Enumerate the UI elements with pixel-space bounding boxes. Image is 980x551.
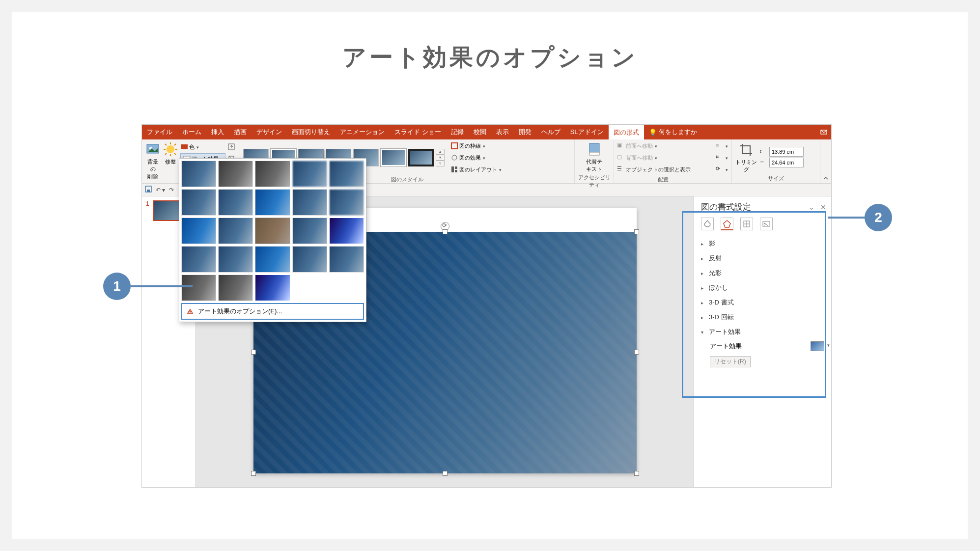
- size-properties-tab[interactable]: [740, 218, 753, 230]
- color-button[interactable]: 色: [180, 141, 225, 152]
- art-effect-thumb[interactable]: [218, 161, 253, 187]
- alt-text-button[interactable]: 代替テ キスト: [583, 140, 606, 173]
- art-effect-thumb[interactable]: [329, 218, 364, 244]
- compress-pictures-button[interactable]: [227, 141, 240, 152]
- svg-rect-25: [589, 152, 599, 155]
- art-effect-thumb[interactable]: [255, 161, 290, 187]
- compress-icon: [227, 143, 235, 151]
- page-title: アート効果のオプション: [342, 42, 638, 73]
- corrections-label: 修整: [165, 158, 176, 165]
- art-effect-thumb[interactable]: [181, 246, 216, 273]
- picture-style-thumb[interactable]: [381, 149, 406, 166]
- picture-tab[interactable]: [760, 218, 773, 230]
- art-effect-thumb[interactable]: [329, 246, 364, 273]
- bring-forward-button[interactable]: ▣前面へ移動: [617, 140, 657, 151]
- picture-effects-button[interactable]: 図の効果: [450, 152, 502, 163]
- gallery-scroll[interactable]: ▴▾▿: [436, 149, 445, 166]
- section-3d-rotation[interactable]: ▸3-D 回転: [701, 310, 831, 325]
- corrections-button[interactable]: 修整: [163, 140, 178, 165]
- tab-help[interactable]: ヘルプ: [536, 125, 565, 139]
- art-effect-thumb[interactable]: [292, 161, 327, 187]
- section-artistic-effects[interactable]: ▾アート効果: [701, 325, 831, 339]
- svg-marker-28: [724, 220, 730, 227]
- tab-picture-format[interactable]: 図の形式: [609, 125, 644, 139]
- art-effect-thumb[interactable]: [181, 275, 216, 301]
- format-pane-tabs: [701, 218, 831, 230]
- tab-developer[interactable]: 開発: [514, 125, 536, 139]
- artistic-effects-options-item[interactable]: アート効果のオプション(E)...: [181, 303, 364, 320]
- art-effect-thumb[interactable]: [255, 218, 290, 244]
- crop-button[interactable]: トリミング: [735, 141, 757, 173]
- art-effect-thumb[interactable]: [218, 246, 253, 273]
- tab-view[interactable]: 表示: [491, 125, 514, 139]
- art-effect-thumb[interactable]: [218, 218, 253, 244]
- height-input[interactable]: [769, 147, 804, 157]
- group-button[interactable]: ⌗: [716, 152, 728, 163]
- section-shadow[interactable]: ▸影: [701, 236, 831, 251]
- art-effect-thumb[interactable]: [181, 189, 216, 216]
- rotate-icon: ⟳: [716, 165, 724, 173]
- redo-button[interactable]: ↷: [169, 187, 174, 193]
- send-backward-button[interactable]: ▢背面へ移動: [617, 152, 657, 163]
- section-3d-format[interactable]: ▸3-D 書式: [701, 295, 831, 310]
- art-effect-thumb[interactable]: [292, 189, 327, 216]
- tab-animations[interactable]: アニメーション: [335, 125, 390, 139]
- tab-file[interactable]: ファイル: [142, 125, 177, 139]
- picture-border-button[interactable]: 図の枠線: [450, 140, 502, 151]
- remove-background-button[interactable]: 背景の 削除: [145, 140, 161, 180]
- tab-sladdin[interactable]: SLアドイン: [565, 125, 609, 139]
- resize-handle[interactable]: [634, 229, 639, 234]
- tab-transitions[interactable]: 画面切り替え: [287, 125, 335, 139]
- ribbon-body: 背景の 削除 修整 色 アート効果: [142, 139, 831, 184]
- art-effect-thumb[interactable]: [218, 189, 253, 216]
- section-glow[interactable]: ▸光彩: [701, 266, 831, 280]
- art-effect-thumb[interactable]: [181, 218, 216, 244]
- resize-handle[interactable]: [443, 471, 448, 476]
- reset-button[interactable]: リセット(R): [710, 356, 751, 367]
- pane-close-button[interactable]: ✕: [820, 203, 826, 211]
- tab-slideshow[interactable]: スライド ショー: [390, 125, 446, 139]
- share-icon[interactable]: [816, 125, 831, 139]
- bring-forward-icon: ▣: [617, 142, 625, 150]
- picture-style-thumb[interactable]: [408, 149, 434, 166]
- art-effect-thumb[interactable]: [255, 275, 290, 301]
- picture-layout-button[interactable]: 図のレイアウト: [450, 164, 502, 175]
- svg-point-20: [452, 155, 457, 160]
- tab-review[interactable]: 校閲: [469, 125, 491, 139]
- art-effect-thumb[interactable]: [255, 246, 290, 273]
- art-effect-thumb[interactable]: [329, 189, 364, 216]
- tab-draw[interactable]: 描画: [229, 125, 252, 139]
- tab-home[interactable]: ホーム: [177, 125, 206, 139]
- tab-record[interactable]: 記録: [446, 125, 469, 139]
- art-effect-thumb[interactable]: [292, 218, 327, 244]
- selection-pane-button[interactable]: ☰オブジェクトの選択と表示: [617, 164, 691, 175]
- svg-point-18: [190, 311, 191, 313]
- collapse-ribbon-button[interactable]: [820, 139, 831, 183]
- art-effect-thumb[interactable]: [292, 246, 327, 273]
- pane-dropdown-button[interactable]: ⌄: [809, 203, 814, 211]
- art-effect-thumb[interactable]: [329, 161, 364, 187]
- fill-line-tab[interactable]: [701, 218, 714, 230]
- tab-design[interactable]: デザイン: [252, 125, 287, 139]
- resize-handle[interactable]: [251, 350, 256, 355]
- artistic-effect-picker[interactable]: [811, 341, 824, 351]
- effects-tab[interactable]: [721, 218, 733, 230]
- width-input[interactable]: [769, 158, 804, 167]
- section-soft-edges[interactable]: ▸ぼかし: [701, 280, 831, 295]
- art-effect-thumb[interactable]: [218, 275, 253, 301]
- powerpoint-window: ファイル ホーム 挿入 描画 デザイン 画面切り替え アニメーション スライド …: [141, 124, 832, 488]
- svg-point-33: [764, 223, 766, 224]
- format-pane-title: 図の書式設定: [701, 201, 751, 213]
- art-effect-thumb[interactable]: [255, 189, 290, 216]
- art-effect-thumb[interactable]: [181, 161, 216, 187]
- align-button[interactable]: ≡: [716, 140, 728, 151]
- resize-handle[interactable]: [634, 350, 639, 355]
- tab-insert[interactable]: 挿入: [206, 125, 229, 139]
- rotate-button[interactable]: ⟳: [716, 164, 728, 175]
- resize-handle[interactable]: [634, 471, 639, 476]
- resize-handle[interactable]: [251, 471, 256, 476]
- undo-button[interactable]: ↶ ▾: [156, 187, 165, 193]
- section-reflection[interactable]: ▸反射: [701, 251, 831, 266]
- resize-handle[interactable]: [443, 229, 448, 234]
- tell-me-search[interactable]: 💡 何をしますか: [644, 125, 702, 139]
